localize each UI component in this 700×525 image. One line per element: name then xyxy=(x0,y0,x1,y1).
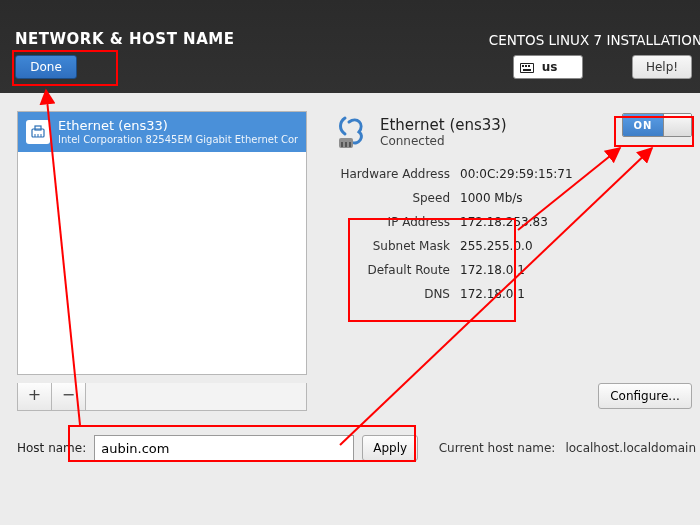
dns-label: DNS xyxy=(330,287,450,301)
hostname-row: Host name: Apply Current host name: loca… xyxy=(17,433,700,463)
interface-name: Ethernet (ens33) xyxy=(58,118,298,134)
svg-rect-5 xyxy=(523,69,531,71)
svg-rect-3 xyxy=(525,65,527,67)
speed-value: 1000 Mb/s xyxy=(460,191,694,205)
connection-toggle[interactable]: ON xyxy=(622,113,692,137)
details-title: Ethernet (ens33) xyxy=(380,116,507,134)
configure-button[interactable]: Configure... xyxy=(598,383,692,409)
hostname-label: Host name: xyxy=(17,441,86,455)
ethernet-icon xyxy=(26,120,50,144)
mask-label: Subnet Mask xyxy=(330,239,450,253)
interface-list[interactable]: Ethernet (ens33) Intel Corporation 82545… xyxy=(17,111,307,375)
toggle-on-label: ON xyxy=(623,114,663,136)
hostname-input[interactable] xyxy=(94,435,354,461)
details-grid: Hardware Address 00:0C:29:59:15:71 Speed… xyxy=(330,167,694,301)
main-panel: Ethernet (ens33) Intel Corporation 82545… xyxy=(0,93,700,525)
route-value: 172.18.0.1 xyxy=(460,263,694,277)
current-hostname-label: Current host name: xyxy=(439,441,556,455)
svg-rect-12 xyxy=(341,142,343,147)
header-bar: NETWORK & HOST NAME CENTOS LINUX 7 INSTA… xyxy=(0,0,700,93)
keyboard-layout-text: us xyxy=(542,60,558,74)
ip-value: 172.18.253.83 xyxy=(460,215,694,229)
ip-label: IP Address xyxy=(330,215,450,229)
svg-rect-4 xyxy=(528,65,530,67)
details-status: Connected xyxy=(380,134,507,148)
svg-rect-14 xyxy=(349,142,351,147)
svg-rect-2 xyxy=(522,65,524,67)
interface-details: Ethernet (ens33) Connected ON Hardware A… xyxy=(330,111,694,301)
done-button[interactable]: Done xyxy=(15,55,77,79)
hwaddr-value: 00:0C:29:59:15:71 xyxy=(460,167,694,181)
current-hostname-value: localhost.localdomain xyxy=(565,441,696,455)
apply-hostname-button[interactable]: Apply xyxy=(362,435,418,461)
interface-description: Intel Corporation 82545EM Gigabit Ethern… xyxy=(58,134,298,146)
add-interface-button[interactable]: + xyxy=(18,383,52,410)
interface-row-ens33[interactable]: Ethernet (ens33) Intel Corporation 82545… xyxy=(18,112,306,152)
route-label: Default Route xyxy=(330,263,450,277)
help-button[interactable]: Help! xyxy=(632,55,692,79)
interface-toolbar: + − xyxy=(17,383,307,411)
hwaddr-label: Hardware Address xyxy=(330,167,450,181)
mask-value: 255.255.0.0 xyxy=(460,239,694,253)
svg-rect-13 xyxy=(345,142,347,147)
speed-label: Speed xyxy=(330,191,450,205)
ethernet-large-icon xyxy=(330,111,372,153)
keyboard-icon xyxy=(520,63,534,73)
toggle-knob xyxy=(663,114,691,136)
page-title: NETWORK & HOST NAME xyxy=(15,30,234,48)
remove-interface-button[interactable]: − xyxy=(52,383,86,410)
installer-title: CENTOS LINUX 7 INSTALLATION xyxy=(489,32,700,48)
dns-value: 172.18.0.1 xyxy=(460,287,694,301)
keyboard-layout-indicator[interactable]: us xyxy=(513,55,583,79)
